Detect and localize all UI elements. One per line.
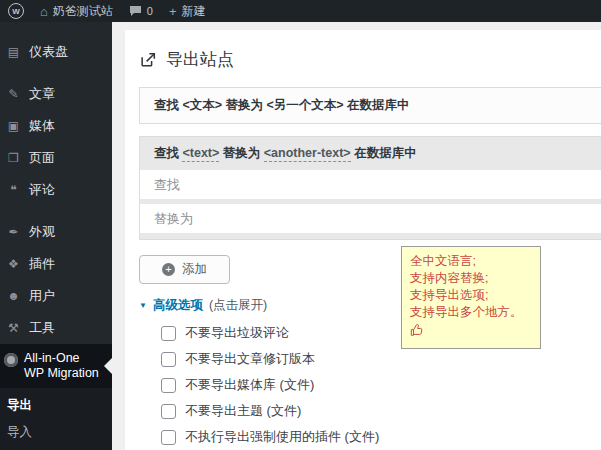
advanced-options-link[interactable]: 高级选项	[153, 297, 203, 314]
sidebar-item-label: 工具	[29, 319, 55, 337]
submenu-item-import[interactable]: 导入	[0, 419, 112, 446]
sidebar-item-tools[interactable]: ⚒ 工具	[0, 312, 112, 344]
submenu-item-backups[interactable]: 备份	[0, 446, 112, 450]
admin-sidebar: ▤ 仪表盘 ✎ 文章 ▣ 媒体 ❐ 页面 ❝ 评论 ✒ 外观 ❖ 插件 ☻ 用户…	[0, 22, 112, 450]
submenu-item-export[interactable]: 导出	[0, 392, 112, 419]
pages-icon: ❐	[6, 151, 21, 165]
plus-icon: +	[169, 5, 177, 18]
sidebar-item-appearance[interactable]: ✒ 外观	[0, 216, 112, 248]
text-token[interactable]: <text>	[182, 146, 219, 162]
wordpress-menu[interactable]: W	[0, 0, 32, 22]
sidebar-item-label: 用户	[29, 287, 55, 305]
sidebar-item-label: 外观	[29, 223, 55, 241]
option-no-media-library[interactable]: 不要导出媒体库 (文件)	[161, 372, 601, 398]
sidebar-item-pages[interactable]: ❐ 页面	[0, 142, 112, 174]
feature-note: 全中文语言; 支持内容替换; 支持导出选项; 支持导出多个地方。	[401, 246, 541, 349]
sidebar-item-media[interactable]: ▣ 媒体	[0, 110, 112, 142]
users-icon: ☻	[6, 289, 21, 303]
option-no-must-use-plugins[interactable]: 不执行导出强制使用的插件 (文件)	[161, 424, 601, 450]
find-input[interactable]	[140, 170, 601, 199]
sidebar-item-label: 文章	[29, 85, 55, 103]
builder-header: 查找 <text> 替换为 <another-text> 在数据库中	[140, 137, 601, 170]
checkbox[interactable]	[161, 326, 176, 341]
sidebar-item-dashboard[interactable]: ▤ 仪表盘	[0, 36, 112, 68]
sidebar-item-label: 页面	[29, 149, 55, 167]
add-plus-icon: +	[162, 263, 175, 276]
option-no-themes[interactable]: 不要导出主题 (文件)	[161, 398, 601, 424]
tools-icon: ⚒	[6, 321, 21, 335]
checkbox[interactable]	[161, 352, 176, 367]
comment-count: 0	[147, 5, 153, 17]
plugins-icon: ❖	[6, 257, 21, 271]
note-line: 支持内容替换;	[410, 270, 532, 287]
note-line: 支持导出多个地方。	[410, 304, 532, 321]
export-card: 导出站点 查找 <文本> 替换为 <另一个文本> 在数据库中 查找 <text>…	[125, 30, 601, 450]
comments-link[interactable]: 0	[121, 0, 161, 22]
site-name: 奶爸测试站	[53, 3, 113, 20]
chevron-down-icon: ▼	[139, 301, 147, 310]
comments-icon: ❝	[6, 183, 21, 197]
add-button[interactable]: + 添加	[139, 255, 230, 284]
home-icon: ⌂	[40, 5, 48, 18]
page-title-text: 导出站点	[166, 48, 234, 71]
comment-bubble-icon	[129, 6, 142, 17]
sidebar-item-comments[interactable]: ❝ 评论	[0, 174, 112, 206]
ai1wm-submenu: 导出 导入 备份	[0, 388, 112, 450]
posts-icon: ✎	[6, 87, 21, 101]
sidebar-item-plugins[interactable]: ❖ 插件	[0, 248, 112, 280]
checkbox[interactable]	[161, 430, 176, 445]
replace-input[interactable]	[140, 204, 601, 233]
checkbox[interactable]	[161, 404, 176, 419]
sidebar-item-all-in-one-wp-migration[interactable]: All-in-One WP Migration	[0, 344, 112, 388]
sidebar-item-label: All-in-One WP Migration	[24, 351, 102, 381]
sidebar-item-label: 媒体	[29, 117, 55, 135]
advanced-options-hint: (点击展开)	[209, 297, 267, 314]
note-line: 全中文语言;	[410, 253, 532, 270]
dashboard-icon: ▤	[6, 45, 21, 59]
sidebar-item-label: 评论	[29, 181, 55, 199]
sidebar-item-users[interactable]: ☻ 用户	[0, 280, 112, 312]
sidebar-item-posts[interactable]: ✎ 文章	[0, 78, 112, 110]
sidebar-item-label: 仪表盘	[29, 43, 68, 61]
wordpress-logo-icon: W	[8, 3, 24, 19]
appearance-icon: ✒	[6, 225, 21, 239]
new-label: 新建	[182, 3, 206, 20]
add-button-label: 添加	[182, 261, 207, 278]
sidebar-item-label: 插件	[29, 255, 55, 273]
another-text-token[interactable]: <another-text>	[264, 146, 351, 162]
current-menu-notch	[96, 358, 112, 374]
thumbs-up-icon	[410, 323, 424, 337]
new-content-button[interactable]: + 新建	[161, 0, 214, 22]
admin-bar: W ⌂ 奶爸测试站 0 + 新建	[0, 0, 601, 22]
find-replace-builder: 查找 <text> 替换为 <another-text> 在数据库中	[139, 136, 601, 240]
site-link[interactable]: ⌂ 奶爸测试站	[32, 0, 121, 22]
option-no-post-revisions[interactable]: 不要导出文章修订版本	[161, 346, 601, 372]
page-title: 导出站点	[139, 48, 601, 71]
content-area: 导出站点 查找 <文本> 替换为 <另一个文本> 在数据库中 查找 <text>…	[112, 22, 601, 450]
ai1wm-plugin-logo-icon	[4, 353, 18, 367]
export-icon	[139, 51, 157, 69]
checkbox[interactable]	[161, 378, 176, 393]
media-icon: ▣	[6, 119, 21, 133]
find-replace-summary-box: 查找 <文本> 替换为 <另一个文本> 在数据库中	[139, 87, 601, 124]
note-line: 支持导出选项;	[410, 287, 532, 304]
